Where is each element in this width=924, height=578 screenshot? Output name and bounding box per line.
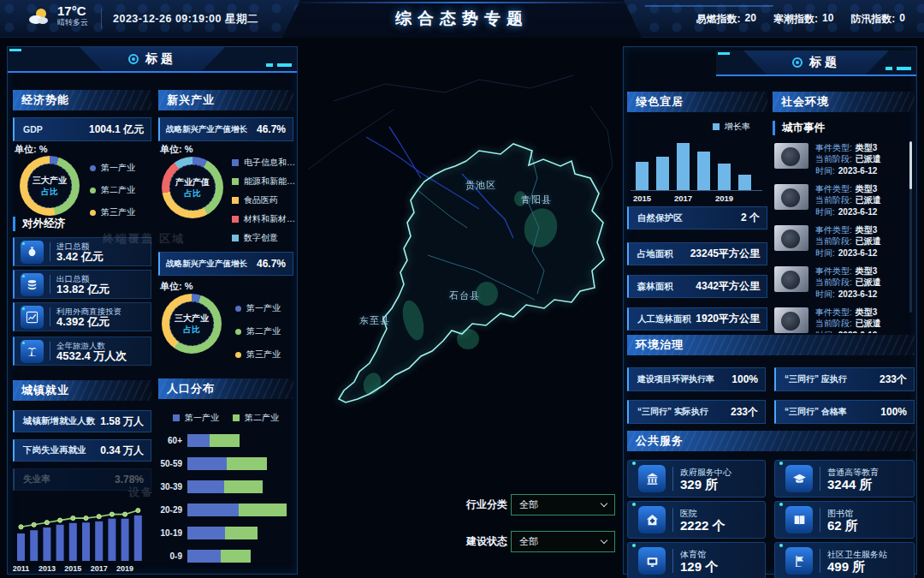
legend-label: 第一产业	[101, 162, 135, 174]
event-stage: 当前阶段:已派遣	[815, 235, 881, 247]
dash-accent	[266, 63, 292, 67]
stat-label: 战略新兴产业产值增长	[166, 259, 247, 270]
employment-line-dot	[19, 525, 23, 529]
stat-value: 4342平方公里	[696, 279, 760, 294]
legend-label: 增长率	[725, 121, 750, 133]
cold-wave-index: 寒潮指数:10	[773, 12, 833, 27]
stat-label: 城镇新增就业人数	[23, 415, 95, 427]
card-value: 62 所	[827, 520, 858, 532]
donut-center: 三大产业 占比	[20, 156, 80, 216]
card-value: 129 个	[680, 561, 718, 573]
population-row: 50-59	[158, 452, 295, 475]
section-population: 人口分布	[158, 378, 293, 399]
city-event-item[interactable]: 事件类型:类型3当前阶段:已派遣时间:2023-6-12	[774, 181, 908, 220]
industry-legend: 第一产业 第二产业 第三产业	[90, 162, 135, 218]
left-panel: 标题 经济势能 GDP 1004.1 亿元 单位: % 三大产业 占比 第一产业…	[7, 46, 298, 575]
legend-label: 第一产业	[185, 412, 219, 424]
index-group: 易燃指数:20 寒潮指数:10 防汛指数:0	[696, 0, 905, 38]
target-icon	[128, 54, 139, 64]
city-event-item[interactable]: 事件类型:类型3当前阶段:已派遣时间:2023-6-12	[774, 263, 908, 302]
growth-bar	[697, 152, 710, 190]
employment-bar	[95, 521, 103, 561]
event-thumbnail	[774, 225, 808, 251]
event-stage: 当前阶段:已派遣	[815, 153, 881, 165]
industry-share-donut-2: 三大产业 占比	[162, 294, 222, 354]
investment-chart-icon	[21, 306, 44, 329]
legend-item: 电子信息和…	[232, 157, 295, 169]
industry-share-donut: 三大产业 占比	[20, 156, 80, 216]
donut-center-line1: 三大产业	[175, 313, 209, 325]
city-event-item[interactable]: 事件类型:类型3当前阶段:已派遣时间:2023-6-12	[774, 222, 908, 261]
employment-line-dot	[136, 509, 140, 513]
chevron-down-icon	[601, 537, 607, 544]
growth-bar	[677, 143, 690, 190]
industry-filter-select[interactable]: 全部	[511, 494, 615, 515]
stat-label: “三同行” 应执行	[785, 373, 847, 385]
population-bar-segment	[239, 504, 287, 516]
stat-value: 4532.4 万人次	[56, 351, 127, 361]
divider	[50, 275, 50, 294]
section-foreign-economy: 对外经济	[13, 217, 141, 231]
stat-value: 233个	[731, 405, 758, 420]
section-economy: 经济势能	[13, 90, 151, 110]
investment-row: 利用外商直接投资4.392 亿元	[13, 302, 151, 331]
city-event-item[interactable]: 事件类型:类型3当前阶段:已派遣时间:2023-6-12	[774, 140, 908, 179]
stat-label: 下岗失业再就业	[23, 444, 86, 456]
unit-label: 单位: %	[15, 143, 48, 156]
stat-label: 占地面积	[637, 248, 673, 260]
event-time: 时间:2023-6-12	[815, 206, 881, 218]
population-stacked-bar	[187, 480, 263, 493]
should-execute-row: “三同行” 应执行 233个	[774, 367, 915, 391]
stat-value: 46.7%	[257, 258, 286, 270]
card-value: 329 所	[680, 479, 732, 491]
unemployment-rate-row: 失业率 3.78%	[13, 468, 151, 491]
city-events-list[interactable]: 事件类型:类型3当前阶段:已派遣时间:2023-6-12事件类型:类型3当前阶段…	[774, 140, 908, 333]
legend-item: 第二产业	[233, 412, 279, 424]
status-filter-select[interactable]: 全部	[511, 531, 615, 552]
map-region-label: 贵池区	[465, 179, 496, 192]
growth-bar	[738, 175, 751, 190]
government-building-icon	[638, 465, 666, 492]
population-stacked-bar	[187, 457, 267, 470]
stat-label: 人工造林面积	[637, 313, 691, 325]
industry-legend-2: 第一产业 第二产业 第三产业	[235, 302, 281, 361]
stat-label: “三同行” 实际执行	[637, 406, 708, 418]
panel-title: 标题	[809, 55, 840, 70]
event-thumbnail	[774, 143, 808, 169]
money-bag-icon	[21, 241, 44, 264]
event-thumbnail	[774, 184, 808, 210]
stat-value: 100%	[880, 406, 907, 418]
legend-label: 第三产业	[246, 349, 281, 361]
employment-x-tick: 2013	[38, 564, 56, 573]
growth-x-tick: 2015	[633, 194, 651, 203]
event-time: 时间:2023-6-12	[815, 330, 881, 333]
event-info: 事件类型:类型3当前阶段:已派遣时间:2023-6-12	[815, 304, 881, 333]
index-value: 20	[745, 12, 756, 27]
employment-bar	[30, 530, 38, 561]
scrollbar-thumb[interactable]	[909, 141, 912, 189]
header-trapezoid: 标题	[80, 47, 225, 71]
section-employment: 城镇就业	[13, 380, 151, 401]
legend-item: 第一产业	[235, 302, 281, 314]
stat-value: 3.42 亿元	[56, 252, 104, 262]
event-stage: 当前阶段:已派遣	[815, 277, 881, 289]
card-value: 499 所	[827, 561, 887, 573]
city-map[interactable]: 贵池区青阳县石台县东至县	[299, 38, 625, 551]
unit-label: 单位: %	[160, 143, 193, 156]
target-icon	[792, 57, 803, 68]
city-event-item[interactable]: 事件类型:类型3当前阶段:已派遣时间:2023-6-12	[774, 304, 908, 333]
section-social: 社会环境	[773, 92, 915, 112]
legend-dot	[235, 306, 241, 312]
events-scrollbar[interactable]	[909, 141, 912, 313]
age-group-label: 20-29	[158, 505, 187, 515]
coins-icon	[21, 273, 44, 296]
stat-value: 233个	[880, 372, 907, 387]
event-time: 时间:2023-6-12	[815, 247, 881, 259]
stat-label: 失业率	[23, 474, 50, 486]
section-emerging: 新兴产业	[158, 90, 293, 110]
legend-item: 第二产业	[235, 325, 281, 337]
employment-x-tick: 2019	[116, 564, 133, 573]
stat-label: 森林面积	[637, 281, 673, 293]
import-row: 进口总额3.42 亿元	[13, 237, 151, 266]
event-info: 事件类型:类型3当前阶段:已派遣时间:2023-6-12	[815, 181, 881, 220]
